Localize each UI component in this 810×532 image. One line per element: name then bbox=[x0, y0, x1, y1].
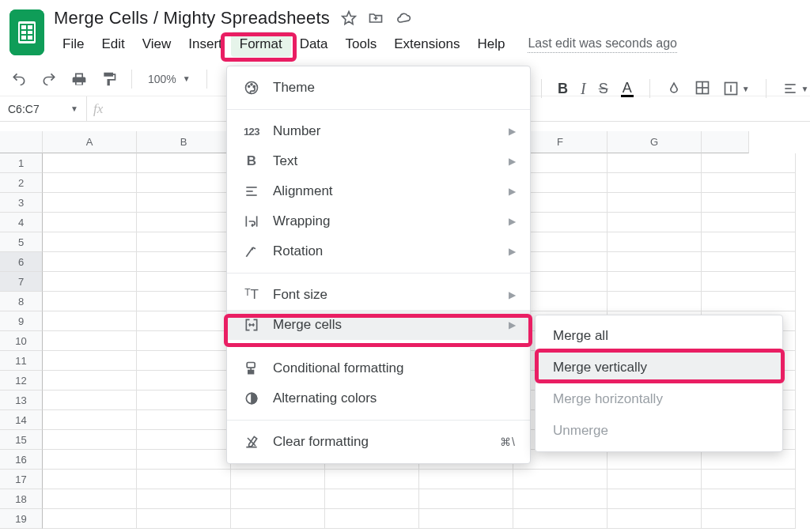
cell[interactable] bbox=[43, 173, 137, 193]
cell[interactable] bbox=[137, 489, 231, 509]
menu-edit[interactable]: Edit bbox=[93, 32, 133, 57]
strike-button[interactable]: S bbox=[599, 81, 608, 97]
cell[interactable] bbox=[608, 450, 702, 470]
cell[interactable] bbox=[702, 213, 796, 232]
format-menu-item[interactable]: Rotation▶ bbox=[227, 236, 530, 266]
cell[interactable] bbox=[608, 193, 702, 213]
cell[interactable] bbox=[513, 470, 608, 489]
row-header[interactable]: 15 bbox=[0, 430, 43, 450]
name-box[interactable]: C6:C7 ▼ bbox=[0, 96, 87, 121]
cell[interactable] bbox=[231, 470, 325, 489]
menu-insert[interactable]: Insert bbox=[180, 32, 231, 57]
menu-ext[interactable]: Extensions bbox=[385, 32, 468, 57]
cell[interactable] bbox=[43, 232, 137, 252]
col-header-g[interactable]: G bbox=[608, 131, 702, 153]
menu-format[interactable]: Format bbox=[231, 32, 291, 57]
row-header[interactable]: 3 bbox=[0, 193, 43, 213]
row-header[interactable]: 4 bbox=[0, 213, 43, 232]
row-header[interactable]: 13 bbox=[0, 391, 43, 410]
cell[interactable] bbox=[608, 272, 702, 292]
row-header[interactable]: 19 bbox=[0, 509, 43, 529]
text-color-button[interactable]: A bbox=[621, 81, 634, 97]
merge-dropdown-button[interactable]: ▼ bbox=[723, 81, 750, 96]
cell[interactable] bbox=[43, 371, 137, 391]
cell[interactable] bbox=[702, 173, 796, 193]
cell[interactable] bbox=[419, 489, 513, 509]
cell[interactable] bbox=[608, 232, 702, 252]
format-menu-item[interactable]: Alignment▶ bbox=[227, 176, 530, 206]
menu-help[interactable]: Help bbox=[468, 32, 513, 57]
format-menu-item[interactable]: Alternating colors bbox=[227, 383, 530, 413]
cell[interactable] bbox=[137, 292, 231, 311]
row-header[interactable]: 6 bbox=[0, 252, 43, 272]
row-header[interactable]: 10 bbox=[0, 331, 43, 351]
menu-tools[interactable]: Tools bbox=[337, 32, 386, 57]
format-menu-item[interactable]: Conditional formatting bbox=[227, 353, 530, 383]
merge-submenu-item[interactable]: Merge vertically bbox=[536, 352, 782, 383]
cell[interactable] bbox=[43, 509, 137, 529]
cell[interactable] bbox=[137, 470, 231, 489]
cell[interactable] bbox=[325, 470, 419, 489]
cell[interactable] bbox=[137, 410, 231, 430]
cell[interactable] bbox=[43, 351, 137, 371]
cell[interactable] bbox=[702, 292, 796, 311]
print-button[interactable] bbox=[68, 68, 90, 90]
cell[interactable] bbox=[231, 489, 325, 509]
row-header[interactable]: 18 bbox=[0, 489, 43, 509]
cell[interactable] bbox=[137, 509, 231, 529]
cell[interactable] bbox=[137, 232, 231, 252]
cell[interactable] bbox=[608, 213, 702, 232]
cell[interactable] bbox=[43, 252, 137, 272]
col-header-a[interactable]: A bbox=[43, 131, 137, 153]
row-header[interactable]: 5 bbox=[0, 232, 43, 252]
cell[interactable] bbox=[702, 509, 796, 529]
cell[interactable] bbox=[702, 232, 796, 252]
cell[interactable] bbox=[137, 153, 231, 173]
merge-submenu-item[interactable]: Merge all bbox=[536, 320, 782, 352]
cell[interactable] bbox=[608, 252, 702, 272]
row-header[interactable]: 9 bbox=[0, 311, 43, 331]
cell[interactable] bbox=[137, 450, 231, 470]
fill-color-button[interactable] bbox=[666, 80, 682, 98]
format-menu-item[interactable]: Clear formatting⌘\ bbox=[227, 427, 530, 457]
cell[interactable] bbox=[43, 450, 137, 470]
select-all-corner[interactable] bbox=[0, 131, 43, 153]
cell[interactable] bbox=[43, 311, 137, 331]
cell[interactable] bbox=[43, 193, 137, 213]
cell[interactable] bbox=[702, 193, 796, 213]
cell[interactable] bbox=[608, 292, 702, 311]
cell[interactable] bbox=[137, 351, 231, 371]
cell[interactable] bbox=[702, 450, 796, 470]
format-menu-item[interactable]: Merge cells▶ bbox=[227, 310, 530, 340]
cell[interactable] bbox=[513, 489, 608, 509]
star-icon[interactable] bbox=[341, 10, 357, 26]
doc-title[interactable]: Merge Cells / Mighty Spreadsheets bbox=[54, 8, 330, 28]
row-header[interactable]: 11 bbox=[0, 351, 43, 371]
cell[interactable] bbox=[137, 371, 231, 391]
cell[interactable] bbox=[43, 213, 137, 232]
cell[interactable] bbox=[325, 489, 419, 509]
cell[interactable] bbox=[43, 153, 137, 173]
cell[interactable] bbox=[43, 430, 137, 450]
format-menu-item[interactable]: TTFont size▶ bbox=[227, 280, 530, 310]
cell[interactable] bbox=[419, 470, 513, 489]
cell[interactable] bbox=[702, 470, 796, 489]
sheets-logo[interactable] bbox=[9, 9, 44, 55]
cell[interactable] bbox=[137, 272, 231, 292]
zoom-select[interactable]: 100% ▼ bbox=[143, 73, 195, 85]
row-header[interactable]: 16 bbox=[0, 450, 43, 470]
redo-button[interactable] bbox=[38, 68, 60, 90]
halign-button[interactable]: ▼ bbox=[782, 81, 809, 96]
col-header-b[interactable]: B bbox=[137, 131, 231, 153]
cell[interactable] bbox=[702, 489, 796, 509]
row-header[interactable]: 17 bbox=[0, 470, 43, 489]
format-menu-item[interactable]: 123Number▶ bbox=[227, 116, 530, 146]
cell[interactable] bbox=[43, 331, 137, 351]
cell[interactable] bbox=[43, 391, 137, 410]
last-edit[interactable]: Last edit was seconds ago bbox=[528, 36, 677, 53]
cell[interactable] bbox=[325, 509, 419, 529]
cell[interactable] bbox=[43, 292, 137, 311]
cell[interactable] bbox=[608, 489, 702, 509]
format-menu-item[interactable]: Theme bbox=[227, 73, 530, 103]
cell[interactable] bbox=[608, 153, 702, 173]
